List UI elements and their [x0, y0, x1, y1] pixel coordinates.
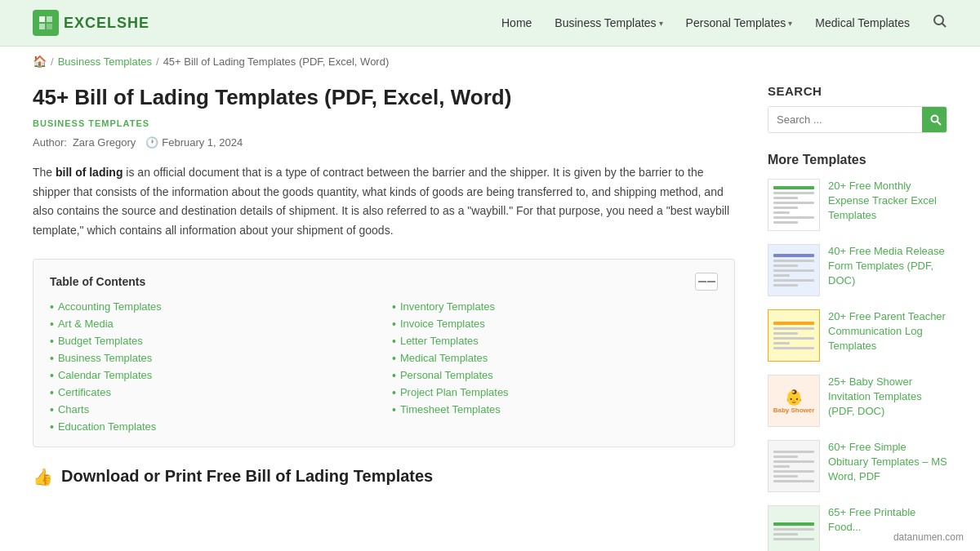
breadcrumb-separator: /: [51, 56, 54, 68]
toc-title: Table of Contents: [50, 275, 145, 288]
toc-item: Project Plan Templates: [392, 386, 718, 399]
toc-header: Table of Contents: [50, 273, 718, 291]
toc-link-timesheet[interactable]: Timesheet Templates: [392, 403, 718, 416]
toc-item: Art & Media: [50, 318, 376, 331]
svg-rect-1: [47, 16, 52, 22]
footer-brand: datanumen.com: [893, 531, 964, 543]
toc-item: Budget Templates: [50, 335, 376, 348]
toc-link-education[interactable]: Education Templates: [50, 420, 376, 433]
sidebar-search-section: SEARCH: [768, 84, 947, 133]
logo-icon: [33, 10, 59, 36]
bold-phrase: bill of lading: [56, 166, 122, 179]
toc-item: Inventory Templates: [392, 300, 718, 313]
template-link-2[interactable]: 40+ Free Media Release Form Templates (P…: [828, 245, 945, 287]
toc-link-invoice[interactable]: Invoice Templates: [392, 318, 718, 331]
template-card-4: 👶 Baby Shower 25+ Baby Shower Invitation…: [768, 375, 947, 427]
toggle-line-2: [707, 281, 715, 282]
breadcrumb-current: 45+ Bill of Lading Templates (PDF, Excel…: [163, 56, 390, 68]
template-info-4: 25+ Baby Shower Invitation Templates (PD…: [828, 375, 947, 420]
main-nav: Home Business Templates ▾ Personal Templ…: [501, 14, 947, 32]
toc-item: Charts: [50, 403, 376, 416]
sidebar-search-input[interactable]: [768, 107, 922, 132]
template-info-6: 65+ Free Printable Food...: [828, 505, 947, 535]
template-link-5[interactable]: 60+ Free Simple Obituary Templates – MS …: [828, 441, 947, 482]
template-link-3[interactable]: 20+ Free Parent Teacher Communication Lo…: [828, 310, 946, 352]
table-of-contents: Table of Contents Accounting Templates A…: [33, 259, 735, 447]
chevron-down-icon: ▾: [659, 19, 663, 28]
template-link-1[interactable]: 20+ Free Monthly Expense Tracker Excel T…: [828, 180, 937, 221]
toc-link-business[interactable]: Business Templates: [50, 352, 376, 365]
svg-rect-0: [39, 16, 45, 22]
nav-medical-templates[interactable]: Medical Templates: [815, 16, 910, 29]
article-author: Author: Zara Gregory: [33, 136, 136, 149]
main-content: 45+ Bill of Lading Templates (PDF, Excel…: [33, 76, 735, 551]
nav-personal-templates[interactable]: Personal Templates ▾: [686, 16, 793, 29]
template-info-1: 20+ Free Monthly Expense Tracker Excel T…: [828, 179, 947, 224]
template-thumb-5: [768, 440, 820, 492]
toc-link-budget[interactable]: Budget Templates: [50, 335, 376, 348]
template-info-2: 40+ Free Media Release Form Templates (P…: [828, 244, 947, 289]
toc-link-calendar[interactable]: Calendar Templates: [50, 369, 376, 382]
toc-link-inventory[interactable]: Inventory Templates: [392, 300, 718, 313]
template-info-3: 20+ Free Parent Teacher Communication Lo…: [828, 309, 947, 354]
article-title: 45+ Bill of Lading Templates (PDF, Excel…: [33, 84, 735, 112]
toc-list: Accounting Templates Art & Media Budget …: [50, 300, 718, 433]
chevron-down-icon: ▾: [788, 19, 792, 28]
toggle-line-1: [698, 281, 706, 282]
template-info-5: 60+ Free Simple Obituary Templates – MS …: [828, 440, 947, 485]
toc-toggle-button[interactable]: [695, 273, 718, 291]
toc-link-project[interactable]: Project Plan Templates: [392, 386, 718, 399]
download-title: Download or Print Free Bill of Lading Te…: [61, 467, 433, 486]
template-link-4[interactable]: 25+ Baby Shower Invitation Templates (PD…: [828, 375, 922, 417]
svg-point-6: [932, 115, 938, 122]
svg-rect-3: [47, 24, 52, 29]
svg-line-7: [938, 121, 942, 125]
site-header: EXCELSHE Home Business Templates ▾ Perso…: [0, 0, 980, 47]
download-section: 👍 Download or Print Free Bill of Lading …: [33, 467, 735, 487]
breadcrumb-separator-2: /: [156, 56, 159, 68]
toc-item: Education Templates: [50, 420, 376, 433]
template-thumb-2: [768, 244, 820, 296]
toc-link-letter[interactable]: Letter Templates: [392, 335, 718, 348]
more-templates-title: More Templates: [768, 153, 947, 167]
sidebar-search-submit[interactable]: [922, 107, 947, 132]
toc-item: Accounting Templates: [50, 300, 376, 313]
toc-link-medical[interactable]: Medical Templates: [392, 352, 718, 365]
nav-business-templates[interactable]: Business Templates ▾: [555, 16, 662, 29]
template-card-3: 20+ Free Parent Teacher Communication Lo…: [768, 309, 947, 362]
nav-home[interactable]: Home: [501, 16, 532, 29]
thumbs-up-icon: 👍: [33, 467, 53, 487]
logo-text: EXCELSHE: [64, 15, 149, 32]
sidebar-search-label: SEARCH: [768, 84, 947, 98]
article-meta: Author: Zara Gregory 🕐 February 1, 2024: [33, 136, 735, 149]
toc-item: Letter Templates: [392, 335, 718, 348]
svg-point-4: [934, 16, 943, 24]
template-thumb-3: [768, 309, 820, 362]
template-card-5: 60+ Free Simple Obituary Templates – MS …: [768, 440, 947, 492]
toc-item: Business Templates: [50, 352, 376, 365]
svg-rect-2: [39, 24, 45, 29]
toc-link-accounting[interactable]: Accounting Templates: [50, 300, 376, 313]
toc-item: Medical Templates: [392, 352, 718, 365]
toc-link-charts[interactable]: Charts: [50, 403, 376, 416]
toc-item: Personal Templates: [392, 369, 718, 382]
sidebar: SEARCH More Templates: [768, 76, 947, 551]
toc-link-personal[interactable]: Personal Templates: [392, 369, 718, 382]
breadcrumb: 🏠 / Business Templates / 45+ Bill of Lad…: [0, 47, 980, 76]
template-link-6[interactable]: 65+ Free Printable Food...: [828, 506, 915, 533]
home-icon[interactable]: 🏠: [33, 55, 47, 68]
template-card-1: 20+ Free Monthly Expense Tracker Excel T…: [768, 179, 947, 231]
toc-item: Certificates: [50, 386, 376, 399]
template-thumb-6: [768, 505, 820, 551]
header-search-button[interactable]: [933, 14, 947, 32]
site-logo[interactable]: EXCELSHE: [33, 10, 149, 36]
toc-item: Timesheet Templates: [392, 403, 718, 416]
toc-item: Invoice Templates: [392, 318, 718, 331]
toc-link-certificates[interactable]: Certificates: [50, 386, 376, 399]
article-category: BUSINESS TEMPLATES: [33, 118, 735, 128]
template-thumb-1: [768, 179, 820, 231]
toc-link-art[interactable]: Art & Media: [50, 318, 376, 331]
sidebar-search-box: [768, 106, 947, 133]
clock-icon: 🕐: [145, 136, 158, 149]
breadcrumb-business-templates[interactable]: Business Templates: [58, 56, 152, 68]
